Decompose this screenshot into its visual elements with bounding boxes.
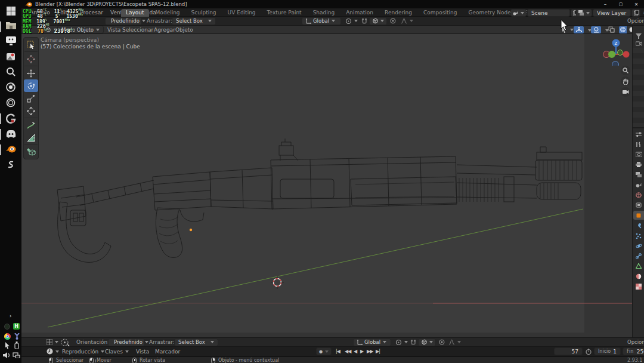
pan-hand-button[interactable] [621, 76, 630, 86]
start-button[interactable] [5, 5, 17, 17]
search-app-button[interactable] [5, 66, 17, 78]
current-frame-field[interactable]: 57 [554, 347, 583, 355]
timeline-falloff-dropdown[interactable] [448, 339, 461, 345]
mode-dropdown[interactable]: Modo Objeto [57, 26, 104, 33]
tab-collection[interactable] [633, 201, 644, 210]
menu-archivo[interactable]: Archivo [26, 10, 54, 16]
xray-toggle[interactable] [608, 26, 615, 33]
timeline-pivot-dropdown[interactable] [395, 339, 408, 346]
tab-particles[interactable] [633, 231, 644, 240]
view-layer-name-field[interactable]: View Layer [593, 9, 631, 17]
gizmo-x-positive[interactable] [623, 51, 630, 58]
show-overlays-toggle[interactable] [591, 26, 601, 33]
pivot-point-dropdown[interactable] [345, 18, 358, 24]
tab-compositing[interactable]: Compositing [419, 9, 462, 17]
scene-name-field[interactable]: Scene [527, 9, 570, 17]
tool-rotate[interactable] [24, 79, 38, 92]
tool-annotate[interactable] [24, 119, 38, 131]
frame-end-field[interactable]: Fin 250 [623, 347, 644, 355]
tray-usb-icon[interactable] [13, 342, 20, 349]
tray-expand[interactable]: › [10, 313, 12, 319]
viewport-3d[interactable]: Cámara (perspectiva) (57) Colecciones de… [21, 34, 632, 337]
tool-cursor[interactable] [24, 53, 38, 65]
timeline-orientation-dropdown[interactable]: Global [353, 339, 391, 346]
tab-data[interactable] [633, 262, 644, 270]
file-explorer-button[interactable] [5, 19, 17, 31]
snap-target-dropdown[interactable] [369, 17, 387, 25]
minimize-button[interactable]: – [597, 0, 613, 8]
window-titlebar[interactable]: Blender [X:\Blender 3D\PROYECTS\Escopeta… [21, 0, 644, 8]
tab-animation[interactable]: Animation [341, 9, 378, 17]
menu-claves[interactable]: Claves [101, 349, 132, 355]
timeline-preset-dropdown[interactable]: Predefinido [108, 339, 145, 346]
tab-tool[interactable] [633, 140, 644, 149]
outliner-camera-row[interactable] [634, 40, 643, 47]
menu-vista-timeline[interactable]: Vista [132, 349, 153, 355]
tool-preset-dropdown[interactable]: Predefinido [105, 17, 142, 25]
tab-sculpting[interactable]: Sculpting [187, 9, 221, 17]
view-layer-new-button[interactable] [631, 9, 640, 17]
tray-network-icon[interactable] [13, 352, 20, 358]
tray-status-dot-icon[interactable] [4, 324, 10, 330]
tab-rendering[interactable]: Rendering [380, 9, 417, 17]
tool-select-box[interactable] [24, 38, 38, 51]
tab-physics[interactable] [633, 241, 644, 250]
tab-texture[interactable] [633, 282, 644, 291]
timeline-proportional-toggle[interactable] [439, 339, 445, 345]
timeline-editor-type-dropdown[interactable] [47, 339, 58, 345]
tool-move[interactable] [24, 67, 38, 79]
auto-keying-button[interactable]: ● [316, 347, 332, 355]
play-button[interactable]: ▶ [358, 349, 365, 354]
view-layer-remove-button[interactable]: ✕ [641, 11, 644, 16]
tab-modeling[interactable]: Modeling [151, 9, 185, 17]
menu-marcador[interactable]: Marcador [151, 349, 184, 355]
camera-view-button[interactable] [621, 87, 630, 97]
tray-pointer-icon[interactable] [4, 342, 11, 349]
tab-uv-editing[interactable]: UV Editing [223, 9, 261, 17]
discord-app-button[interactable] [5, 128, 17, 140]
tray-hwinfo-icon[interactable]: H [13, 323, 20, 330]
tab-shading[interactable]: Shading [308, 9, 340, 17]
tab-scene[interactable] [633, 180, 644, 189]
properties-editor-icon[interactable] [634, 131, 643, 138]
snap-toggle[interactable] [361, 18, 367, 24]
g-app-button[interactable] [5, 112, 17, 124]
photo-app-button[interactable] [5, 50, 17, 62]
s-app-button[interactable] [5, 159, 17, 171]
tab-layout[interactable]: Layout [121, 9, 149, 17]
timeline-snap-target-dropdown[interactable] [418, 339, 436, 346]
tab-object[interactable] [633, 211, 644, 220]
timeline-options-dropdown[interactable]: Opciones [627, 339, 644, 345]
gizmo-y-negative[interactable] [618, 50, 623, 56]
orientation-dropdown[interactable]: Global [302, 17, 341, 25]
zoom-button[interactable] [621, 66, 630, 75]
tab-world[interactable] [633, 190, 644, 199]
frame-start-field[interactable]: Inicio 1 [594, 347, 621, 355]
tab-view-layer[interactable] [633, 170, 644, 179]
tab-material[interactable] [633, 272, 644, 281]
tab-output[interactable] [633, 160, 644, 169]
tray-steam-icon[interactable] [13, 333, 20, 340]
maximize-button[interactable]: ▢ [613, 0, 628, 8]
tray-chrome-icon[interactable] [4, 333, 11, 340]
close-button[interactable]: ✕ [628, 0, 644, 8]
tool-transform[interactable] [24, 104, 38, 117]
tweak-tool-icon[interactable] [61, 339, 70, 346]
select-mode-dropdown[interactable]: Select Box [172, 17, 216, 25]
tool-measure[interactable] [24, 131, 38, 144]
tab-constraints[interactable] [633, 251, 644, 260]
options-dropdown[interactable]: Opciones [627, 18, 644, 24]
tool-scale[interactable] [24, 92, 38, 104]
show-gizmo-toggle[interactable] [574, 26, 584, 33]
outliner-filter-button[interactable] [634, 33, 643, 40]
tab-texture-paint[interactable]: Texture Paint [262, 9, 306, 17]
navigation-gizmo[interactable]: Z [602, 37, 630, 66]
view-layer-browse-button[interactable] [576, 9, 592, 17]
gizmo-y-positive[interactable] [608, 51, 615, 58]
jump-to-start-button[interactable]: |◀ [334, 349, 342, 354]
menu-editar[interactable]: Editar [54, 10, 77, 16]
jump-to-end-button[interactable]: ▶| [374, 349, 382, 354]
menu-procesar[interactable]: Procesar [76, 10, 107, 16]
timeline-select-mode-dropdown[interactable]: Select Box [174, 339, 218, 346]
scene-browse-button[interactable] [510, 9, 527, 17]
